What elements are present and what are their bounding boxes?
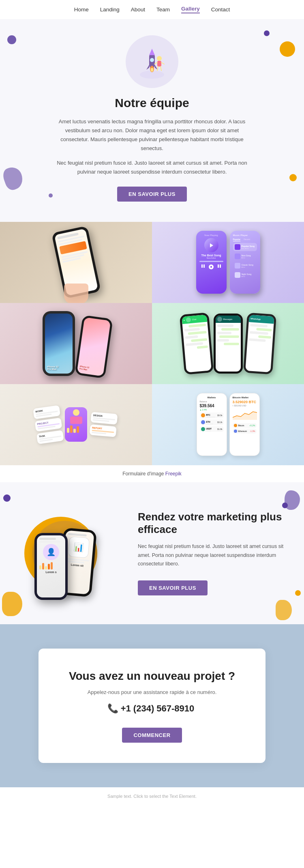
gallery-visual-6: Wallets Balance $39.564 ▲ 2.4% BTC $9.5k [152,384,304,465]
mktg-blob-br [276,600,292,620]
blob-bottom-mid [49,193,53,198]
footer-sample-text: Sample text. Click to select the Text El… [0,787,304,805]
blob-top-left [7,35,16,44]
gallery-cell-1 [0,222,152,303]
gallery-cell-4: ● Chat [152,303,304,384]
svg-line-10 [154,62,157,64]
hero-paragraph-2: Nec feugiat nisl pretium fusce id. Justo… [55,159,249,176]
svg-line-12 [157,67,158,71]
gallery-cell-6: Wallets Balance $39.564 ▲ 2.4% BTC $9.5k [152,384,304,465]
marketing-section: 👤 Lorem s [0,482,304,624]
svg-line-13 [161,67,161,71]
navigation: Home Landing About Team Gallery Contact [0,0,304,19]
cta-commencer-button[interactable]: COMMENCER [122,728,182,743]
phone-a-label: Lorem s [39,571,63,574]
svg-line-11 [161,62,164,64]
blob-bottom-right [289,174,297,181]
cta-subtitle: Appelez-nous pour une assistance rapide … [63,689,241,695]
gallery-visual-5: WORK PROJECT TASK [0,384,152,465]
marketing-cta-button[interactable]: EN SAVOIR PLUS [138,580,208,595]
mktg-blob-tr2 [285,490,300,510]
hero-section: Notre équipe Amet luctus venenatis lectu… [0,19,304,222]
gallery-visual-4: ● Chat [152,303,304,384]
blob-bottom-left [1,165,26,192]
phone-icon: 📞 [107,703,118,713]
svg-point-8 [157,56,162,61]
gallery-visual-3: iPhone 12Pro Max iPhone 12Pro Max [0,303,152,384]
cta-title: Vous avez un nouveau projet ? [63,669,241,683]
cta-section: Vous avez un nouveau projet ? Appelez-no… [0,624,304,787]
cta-card: Vous avez un nouveau projet ? Appelez-no… [39,649,265,763]
gallery-visual-2: Now Playing The Best Song New Artist [152,222,304,303]
hero-paragraph-1: Amet luctus venenatis lectus magna fring… [55,117,249,153]
marketing-content: Rendez votre marketing plus efficace Nec… [138,511,284,595]
gallery-visual-1 [0,222,152,303]
nav-team[interactable]: Team [156,6,170,13]
marketing-title: Rendez votre marketing plus efficace [138,511,284,536]
blob-top-right-yellow [280,41,295,57]
phone-b-label: Lorem sit [65,563,89,567]
blob-top-right-purple [264,30,270,36]
nav-about[interactable]: About [131,6,145,13]
cta-phone-number: 📞+1 (234) 567-8910 [63,703,241,714]
hero-title: Notre équipe [32,96,272,110]
svg-rect-9 [157,61,161,67]
gallery-freepik-link[interactable]: Freepik [165,471,182,477]
gallery-grid: Now Playing The Best Song New Artist [0,222,304,465]
nav-home[interactable]: Home [74,6,89,13]
gallery-cell-5: WORK PROJECT TASK [0,384,152,465]
svg-marker-2 [149,49,155,55]
nav-gallery[interactable]: Gallery [181,6,200,13]
gallery-cell-2: Now Playing The Best Song New Artist [152,222,304,303]
mktg-blob-bl [2,592,22,616]
marketing-visual: 👤 Lorem s [20,507,126,600]
svg-point-7 [151,68,153,72]
hero-illustration [126,35,178,88]
nav-contact[interactable]: Contact [211,6,230,13]
mktg-blob-tl [3,494,11,502]
gallery-caption-text: Formulaire d'image [122,471,165,477]
svg-marker-3 [146,65,149,70]
gallery-caption: Formulaire d'image Freepik [0,465,304,482]
mktg-blob-bm [295,590,301,596]
marketing-paragraph: Nec feugiat nisl pretium fusce id. Justo… [138,542,284,568]
hero-cta-button[interactable]: EN SAVOIR PLUS [117,187,187,202]
nav-landing[interactable]: Landing [100,6,120,13]
svg-point-5 [150,58,154,62]
rocket-illustration-svg [132,41,172,82]
gallery-section: Now Playing The Best Song New Artist [0,222,304,482]
gallery-cell-3: iPhone 12Pro Max iPhone 12Pro Max [0,303,152,384]
